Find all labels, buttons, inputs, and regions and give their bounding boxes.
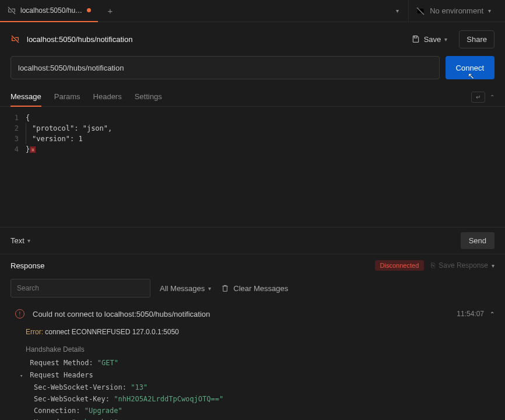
request-headers-toggle[interactable]: ▾ Request Headers bbox=[20, 369, 495, 382]
collapse-toggle[interactable]: ⌃ bbox=[490, 94, 495, 100]
add-tab-button[interactable]: + bbox=[101, 2, 119, 20]
message-editor[interactable]: 1234 { "protocol": "json", "version": 1 … bbox=[0, 107, 505, 227]
status-badge: Disconnected bbox=[375, 260, 425, 271]
svg-rect-4 bbox=[414, 36, 417, 38]
tab-label: localhost:5050/hubs/no bbox=[20, 6, 83, 15]
error-label: Error: bbox=[26, 328, 43, 336]
page-title: localhost:5050/hubs/notification bbox=[27, 35, 132, 44]
url-input[interactable] bbox=[10, 56, 440, 79]
handshake-title: Handshake Details bbox=[10, 340, 495, 357]
line-wrap-toggle[interactable]: ↵ bbox=[471, 92, 485, 103]
tab-headers[interactable]: Headers bbox=[93, 88, 122, 107]
svg-line-0 bbox=[8, 7, 15, 14]
message-filter-label: All Messages bbox=[160, 284, 205, 293]
message-row[interactable]: ! Could not connect to localhost:5050/hu… bbox=[10, 303, 495, 324]
message-filter-dropdown[interactable]: All Messages ▾ bbox=[160, 284, 211, 293]
environment-selector[interactable]: No environment ▾ bbox=[408, 0, 498, 22]
send-button[interactable]: Send bbox=[461, 232, 495, 249]
save-button[interactable]: Save ▾ bbox=[404, 30, 455, 48]
handshake-details: ▾ Request Method: "GET" ▾ Request Header… bbox=[10, 357, 495, 420]
message-text: Could not connect to localhost:5050/hubs… bbox=[33, 310, 210, 318]
save-response-button: ⎘ Save Response ▾ bbox=[431, 261, 495, 270]
svg-line-3 bbox=[12, 36, 19, 43]
clear-messages-label: Clear Messages bbox=[233, 284, 288, 293]
response-title: Response bbox=[10, 261, 45, 270]
websocket-icon bbox=[7, 6, 16, 15]
triangle-down-icon: ▾ bbox=[20, 370, 26, 382]
clear-messages-button[interactable]: Clear Messages bbox=[220, 284, 288, 293]
body-type-selector[interactable]: Text ▾ bbox=[10, 236, 30, 245]
save-response-icon: ⎘ bbox=[431, 261, 435, 270]
save-label: Save bbox=[424, 35, 441, 44]
chevron-down-icon: ▾ bbox=[208, 285, 211, 292]
tab-params[interactable]: Params bbox=[54, 88, 80, 107]
tab-request[interactable]: localhost:5050/hubs/no bbox=[0, 0, 98, 22]
websocket-icon bbox=[10, 34, 20, 44]
tab-overflow-dropdown[interactable]: ▾ bbox=[390, 8, 405, 14]
unsaved-dot-icon bbox=[87, 8, 91, 12]
save-response-label: Save Response bbox=[439, 261, 488, 270]
code-content[interactable]: { "protocol": "json", "version": 1 }¤ bbox=[26, 113, 505, 221]
chevron-down-icon: ▾ bbox=[27, 237, 30, 244]
connect-label: Connect bbox=[456, 64, 484, 72]
tab-message[interactable]: Message bbox=[10, 88, 41, 107]
share-button[interactable]: Share bbox=[459, 30, 495, 48]
error-text: connect ECONNREFUSED 127.0.0.1:5050 bbox=[45, 328, 178, 336]
connect-button[interactable]: Connect bbox=[446, 56, 495, 79]
no-environment-icon bbox=[416, 6, 425, 16]
chevron-down-icon: ▾ bbox=[492, 262, 495, 269]
line-gutter: 1234 bbox=[0, 113, 26, 221]
message-time: 11:54:07 bbox=[457, 310, 484, 318]
environment-label: No environment bbox=[430, 6, 483, 15]
save-icon bbox=[411, 34, 420, 44]
body-type-label: Text bbox=[10, 236, 24, 245]
share-label: Share bbox=[467, 35, 487, 44]
chevron-down-icon: ▾ bbox=[488, 8, 491, 14]
tab-settings[interactable]: Settings bbox=[135, 88, 162, 107]
chevron-up-icon[interactable]: ⌃ bbox=[490, 311, 495, 317]
error-icon: ! bbox=[15, 309, 24, 318]
chevron-down-icon: ▾ bbox=[444, 36, 447, 43]
trash-icon bbox=[220, 284, 230, 293]
search-input[interactable] bbox=[10, 279, 150, 298]
